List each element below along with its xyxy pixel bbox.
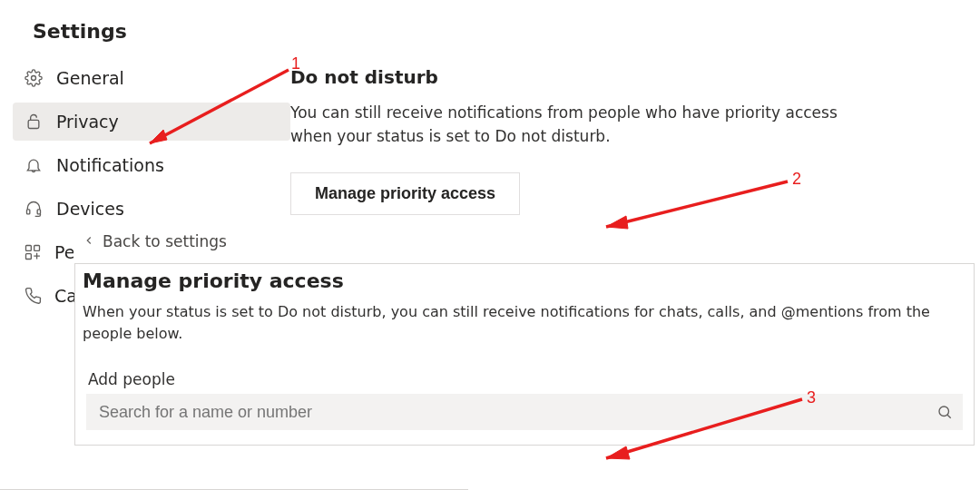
search-box[interactable]: [86, 394, 963, 430]
add-people-label: Add people: [81, 370, 968, 394]
panel-title: Manage priority access: [81, 264, 968, 301]
sidebar-item-notifications[interactable]: Notifications: [13, 146, 290, 184]
manage-priority-access-button[interactable]: Manage priority access: [290, 172, 520, 215]
annotation-3: 3: [807, 388, 816, 407]
svg-rect-6: [26, 254, 32, 260]
sidebar-item-label: Pe: [54, 242, 74, 262]
section-heading: Do not disturb: [290, 66, 926, 88]
annotation-2: 2: [792, 170, 801, 189]
sidebar-item-label: General: [56, 68, 124, 88]
gear-icon: [24, 68, 44, 88]
headset-icon: [24, 199, 44, 219]
sidebar-item-label: Notifications: [56, 155, 164, 175]
sidebar-item-label: Ca: [54, 286, 76, 306]
section-description: You can still receive notifications from…: [290, 101, 844, 149]
svg-point-0: [32, 76, 36, 81]
sidebar-item-general[interactable]: General: [13, 59, 290, 97]
lock-icon: [24, 112, 44, 132]
sidebar-item-permissions[interactable]: Pe: [13, 233, 76, 271]
search-input[interactable]: [86, 403, 926, 422]
bell-icon: [24, 155, 44, 175]
svg-rect-5: [34, 246, 40, 251]
apps-icon: [24, 242, 42, 262]
annotation-1: 1: [291, 54, 300, 74]
back-to-settings-link[interactable]: Back to settings: [74, 221, 291, 261]
chevron-left-icon: [83, 232, 95, 250]
sidebar-item-label: Privacy: [56, 112, 119, 132]
phone-icon: [24, 286, 42, 306]
panel-description: When your status is set to Do not distur…: [81, 301, 968, 370]
svg-rect-2: [27, 210, 30, 214]
svg-rect-3: [37, 210, 40, 214]
svg-point-7: [939, 407, 949, 416]
svg-marker-14: [606, 446, 630, 459]
page-title: Settings: [0, 0, 980, 59]
back-label: Back to settings: [103, 232, 227, 250]
sidebar-item-calls[interactable]: Ca: [13, 277, 76, 315]
search-icon: [926, 404, 963, 420]
sidebar-item-label: Devices: [56, 199, 124, 219]
svg-line-8: [947, 415, 951, 418]
svg-rect-1: [28, 120, 39, 128]
priority-access-panel: Back to settings Manage priority access …: [74, 263, 975, 446]
sidebar-item-privacy[interactable]: Privacy: [13, 103, 290, 141]
svg-rect-4: [26, 246, 32, 251]
